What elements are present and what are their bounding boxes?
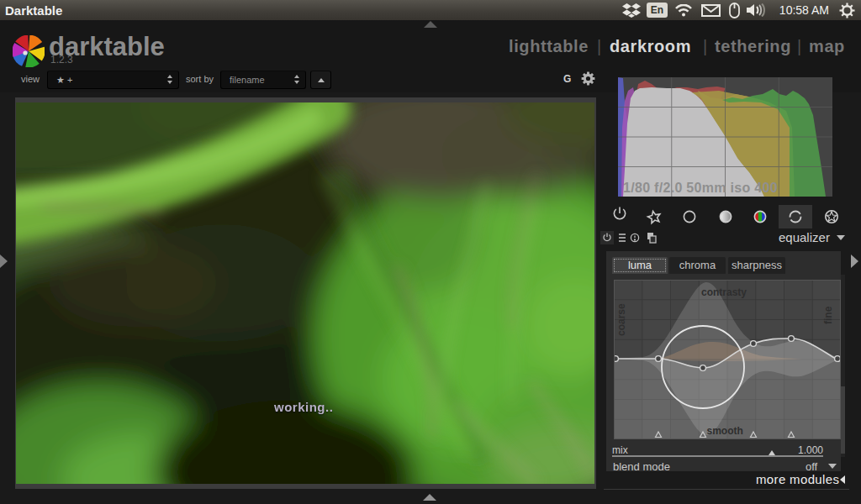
svg-text:smooth: smooth: [707, 425, 743, 437]
svg-text:fine: fine: [822, 306, 834, 324]
svg-text:coarse: coarse: [615, 303, 627, 336]
svg-text:1/80 f/2.0 50mm iso 400: 1/80 f/2.0 50mm iso 400: [623, 181, 778, 195]
svg-text:contrasty: contrasty: [701, 286, 747, 298]
